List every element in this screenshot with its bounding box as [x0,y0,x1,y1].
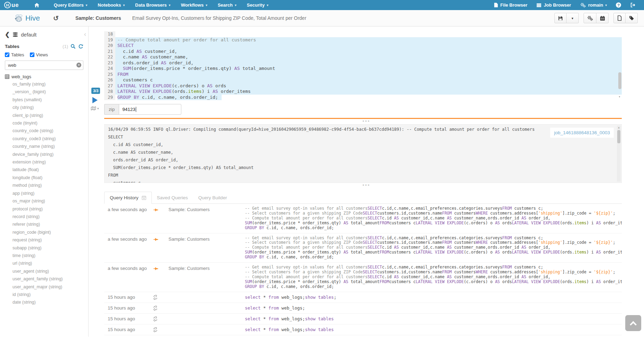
editor-scrollbar[interactable]: ▾ [617,31,622,101]
scrollbar-thumb[interactable] [617,130,620,143]
history-row[interactable]: 15 hours agoselect * from web_logs;show … [104,335,622,337]
editor-line: 23 ords.order_id AS order_id, [104,60,622,66]
execute-button[interactable] [92,97,98,103]
column-item[interactable]: code (tinyint) [5,119,88,127]
column-item[interactable]: user_agent_major (string) [5,283,88,291]
nav-search[interactable]: Search▾ [213,0,242,10]
document-name[interactable]: Sample: Customers [75,15,121,21]
history-row[interactable]: a few seconds agoSample: Customers-- Get… [104,233,622,263]
sql-token: AS [344,279,348,284]
sql-token: customers c [389,279,415,284]
sql-token: AS [207,83,213,88]
column-item[interactable]: city (string) [5,104,88,111]
history-row[interactable]: a few seconds agoSample: Customers-- Get… [104,204,622,233]
new-document-button[interactable] [613,13,626,23]
variable-input[interactable]: 94123 [119,104,181,115]
column-item[interactable]: user_agent_family (string) [5,275,88,283]
column-item[interactable]: id (string) [5,291,88,298]
database-name[interactable]: default [21,32,36,38]
column-item[interactable]: client_ip (string) [5,112,88,119]
history-row[interactable]: 15 hours agoselect * from web_logs; [104,303,622,314]
column-item[interactable]: referer (string) [5,220,88,228]
scroll-down-icon[interactable]: ▾ [617,94,622,99]
nav-notebooks[interactable]: Notebooks▾ [92,0,130,10]
filter-views[interactable]: Views [30,52,48,57]
log-scrollbar[interactable]: ▴ [617,126,621,182]
sql-token: (order_items.price * order_items.qty) [131,66,234,71]
functions-map-button[interactable]: ▾ [91,106,99,111]
column-item[interactable]: extension (string) [5,158,88,166]
column-item[interactable]: _version_ (bigint) [5,88,88,96]
tab-query-history[interactable]: Query History [104,192,152,204]
tables-checkbox[interactable] [5,53,9,57]
history-row[interactable]: 15 hours agoselect * from web_logs;show … [104,324,622,335]
table-search-input[interactable] [5,61,83,70]
clear-search-icon[interactable]: ✕ [76,63,81,67]
history-row[interactable]: 15 hours agoselect * from web_logs;show … [104,314,622,324]
schedule-calendar-button[interactable] [596,13,609,23]
log-line: c.id AS customer_id, [108,141,618,149]
column-item[interactable]: longitude (float) [5,174,88,182]
column-item[interactable]: country_code (string) [5,127,88,135]
scroll-up-icon[interactable]: ▴ [617,126,621,129]
column-item[interactable]: app (string) [5,190,88,197]
column-item[interactable]: record (string) [5,213,88,220]
nav-workflows[interactable]: Workflows▾ [176,0,213,10]
nav-help-icon[interactable]: ? [611,0,626,10]
save-dropdown-button[interactable]: ▾ [567,13,579,23]
column-item[interactable]: bytes (smallint) [5,96,88,104]
nav-query-editors[interactable]: Query Editors▾ [49,0,93,10]
column-item[interactable]: os_major (string) [5,197,88,205]
column-item[interactable]: subapp (string) [5,244,88,252]
sql-token: select [245,316,261,321]
refresh-icon[interactable] [78,44,83,49]
column-item[interactable]: date (string) [5,298,88,306]
calendar-x-icon[interactable] [142,195,146,200]
nav-file-browser[interactable]: File Browser [489,0,532,10]
nav-job-browser[interactable]: Job Browser [532,0,576,10]
column-item[interactable]: region_code (bigint) [5,228,88,236]
column-item[interactable]: user_agent (string) [5,267,88,275]
tab-query-builder[interactable]: Query Builder [193,192,232,203]
hue-logo[interactable]: H ue [4,2,19,9]
column-item[interactable]: latitude (float) [5,166,88,174]
filter-tables[interactable]: Tables [5,52,24,57]
line-number: 28 [104,89,115,95]
nav-security[interactable]: Security▾ [242,0,274,10]
column-item[interactable]: time (string) [5,252,88,259]
query-history-icon[interactable]: ↺ [53,14,59,22]
sql-line: SUM(order_items.price * order_items.qty)… [245,250,622,255]
column-item[interactable]: request (string) [5,236,88,244]
scrollbar-thumb[interactable] [618,72,621,89]
resize-grip[interactable]: ●●● [89,183,644,188]
tab-saved-queries[interactable]: Saved Queries [152,192,193,203]
nav-data-browsers[interactable]: Data Browsers▾ [130,0,176,10]
history-row[interactable]: 15 hours agoselect * from web_logs;show … [104,292,622,303]
tags-button[interactable] [626,13,638,23]
column-item[interactable]: country_code3 (string) [5,135,88,143]
hive-brand[interactable]: Hive [14,14,40,23]
column-item[interactable]: url (string) [5,259,88,267]
column-item[interactable]: protocol (string) [5,205,88,213]
nav-romain[interactable]: romain▾ [576,0,611,10]
home-icon[interactable] [28,2,45,8]
column-list: os_family (string)_version_ (bigint)byte… [5,80,88,306]
job-link[interactable]: job_1461888648136_0003 [550,128,614,138]
sidebar-collapse-icon[interactable]: ‹ [84,31,86,38]
back-icon[interactable]: ❮ [5,31,10,38]
column-item[interactable]: country_name (string) [5,143,88,150]
views-checkbox[interactable] [30,53,34,57]
save-button[interactable] [554,13,567,23]
scroll-to-top-button[interactable] [625,315,641,331]
column-item[interactable]: device_family (string) [5,151,88,158]
table-web-logs[interactable]: web_logs [5,74,88,79]
column-item[interactable]: os_family (string) [5,80,88,88]
column-item[interactable]: method (string) [5,182,88,189]
history-row[interactable]: a few seconds agoSample: Customers-- Get… [104,263,622,292]
nav-logout-icon[interactable] [626,0,640,10]
settings-gears-button[interactable] [584,13,596,23]
chevron-down-icon: ▾ [235,3,237,7]
resize-grip[interactable]: ●●● [89,119,644,124]
search-icon[interactable] [71,44,76,49]
code-editor[interactable]: 1819-- Compute total amount per order fo… [104,31,622,101]
